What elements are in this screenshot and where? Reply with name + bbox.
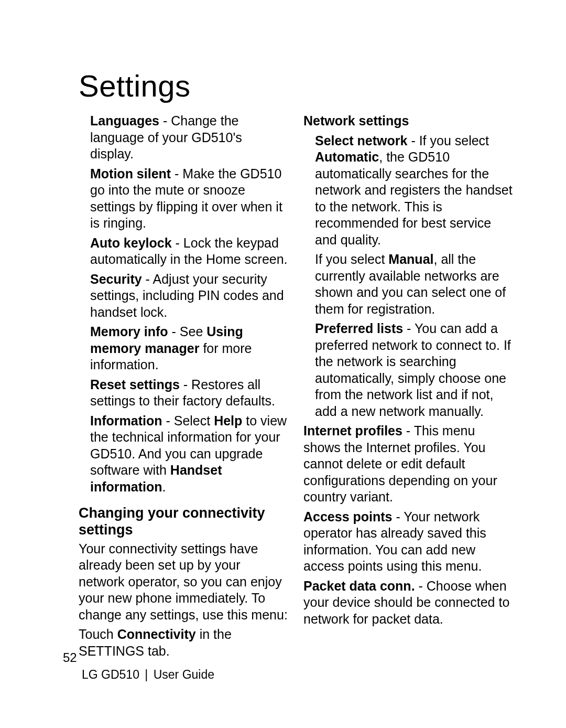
item-select-network: Select network - If you select Automatic… bbox=[303, 133, 514, 249]
right-column: Network settings Select network - If you… bbox=[303, 113, 514, 662]
page-title: Settings bbox=[79, 68, 514, 103]
two-column-body: Languages - Change the language of your … bbox=[79, 113, 514, 662]
page-footer: 52 LG GD510 | User Guide bbox=[57, 650, 214, 682]
manual-page: Settings Languages - Change the language… bbox=[0, 0, 566, 728]
item-reset-settings: Reset settings - Restores all settings t… bbox=[79, 377, 289, 410]
item-security: Security - Adjust your security settings… bbox=[79, 271, 289, 321]
item-motion-silent: Motion silent - Make the GD510 go into t… bbox=[79, 166, 289, 232]
item-packet-data: Packet data conn. - Choose when your dev… bbox=[303, 578, 514, 628]
item-information: Information - Select Help to view the te… bbox=[79, 413, 289, 496]
footer-model-guide: LG GD510 | User Guide bbox=[82, 668, 214, 681]
connectivity-intro: Your connectivity settings have already … bbox=[79, 541, 289, 624]
item-memory-info: Memory info - See Using memory manager f… bbox=[79, 324, 289, 373]
left-column: Languages - Change the language of your … bbox=[79, 113, 289, 662]
item-internet-profiles: Internet profiles - This menu shows the … bbox=[303, 423, 514, 506]
item-select-network-manual: If you select Manual, all the currently … bbox=[303, 251, 514, 317]
item-access-points: Access points - Your network operator ha… bbox=[303, 509, 514, 575]
item-preferred-lists: Preferred lists - You can add a preferre… bbox=[303, 320, 514, 420]
network-settings-title: Network settings bbox=[303, 113, 514, 130]
footer-divider: | bbox=[145, 668, 148, 681]
item-auto-keylock: Auto keylock - Lock the keypad automatic… bbox=[79, 235, 289, 268]
subheading-connectivity: Changing your connectivity settings bbox=[79, 505, 289, 539]
page-number: 52 bbox=[63, 650, 214, 665]
item-languages: Languages - Change the language of your … bbox=[79, 113, 289, 163]
